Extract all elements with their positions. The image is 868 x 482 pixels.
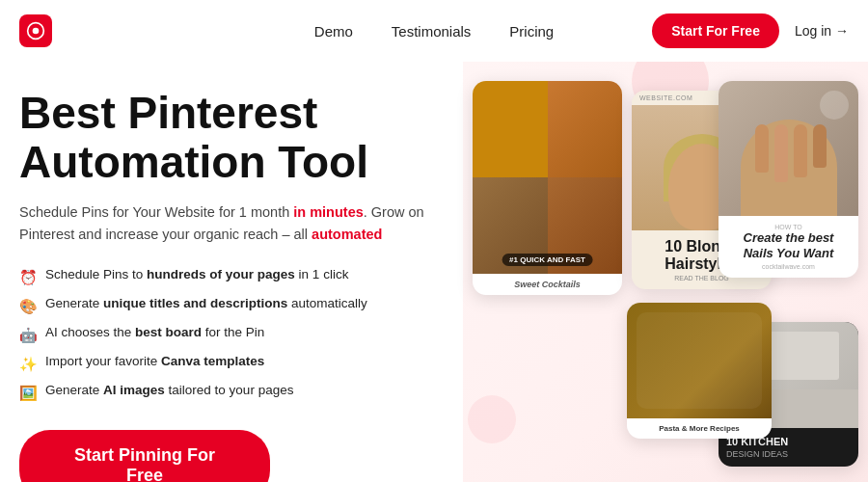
nav-actions: Start For Free Log in → — [652, 13, 849, 48]
hero-subtitle: Schedule Pins for Your Website for 1 mon… — [19, 201, 424, 246]
ai-image-icon: 🖼️ — [19, 383, 38, 403]
ai-board-icon: 🤖 — [19, 325, 38, 345]
cocktails-image: #1 QUICK AND FAST — [473, 81, 622, 274]
nav-links: Demo Testimonials Pricing — [314, 23, 554, 40]
main-container: Best Pinterest Automation Tool Schedule … — [0, 62, 868, 482]
left-content: Best Pinterest Automation Tool Schedule … — [0, 62, 463, 482]
grid-cell — [548, 81, 623, 177]
nav-testimonials[interactable]: Testimonials — [392, 23, 472, 40]
how-to-label: HOW TO — [726, 224, 851, 230]
pin-card-cocktails: #1 QUICK AND FAST Sweet Cocktails — [473, 81, 622, 295]
schedule-icon: ⏰ — [19, 267, 38, 287]
nav-demo[interactable]: Demo — [314, 23, 353, 40]
grid-cell — [473, 81, 548, 177]
pin-card-nails: HOW TO Create the bestNails You Want coc… — [719, 81, 858, 278]
nail-deco — [820, 91, 849, 120]
nails-site: cocktailwave.com — [726, 263, 851, 270]
finger — [774, 124, 788, 182]
kitchen-design: DESIGN IDEAS — [726, 449, 851, 459]
finger — [755, 124, 769, 173]
navbar: Demo Testimonials Pricing Start For Free… — [0, 0, 868, 62]
feature-item: ⏰ Schedule Pins to hundreds of your page… — [19, 266, 444, 287]
nav-pricing[interactable]: Pricing — [509, 23, 554, 40]
logo[interactable] — [19, 14, 52, 47]
pin-cards-area: #1 QUICK AND FAST Sweet Cocktails WEBSIT… — [463, 62, 868, 482]
feature-item: 🤖 AI chooses the best board for the Pin — [19, 324, 444, 345]
nails-image — [719, 81, 858, 216]
canva-icon: ✨ — [19, 354, 38, 374]
finger — [794, 124, 807, 177]
cta-button[interactable]: Start Pinning For Free — [19, 430, 270, 482]
pin-card-food: Pasta & More Recipes — [627, 303, 772, 439]
feature-item: ✨ Import your favorite Canva templates — [19, 353, 444, 374]
nails-text-area: HOW TO Create the bestNails You Want coc… — [719, 216, 858, 278]
feature-item: 🖼️ Generate AI images tailored to your p… — [19, 382, 444, 403]
card-caption: Sweet Cocktails — [473, 274, 622, 295]
food-image — [627, 303, 772, 418]
hero-title: Best Pinterest Automation Tool — [19, 89, 444, 186]
nails-title: Create the bestNails You Want — [726, 230, 851, 260]
svg-point-1 — [33, 28, 40, 35]
finger — [813, 124, 827, 168]
fingers — [755, 124, 827, 182]
card-tag: #1 QUICK AND FAST — [502, 254, 593, 266]
right-content: #1 QUICK AND FAST Sweet Cocktails WEBSIT… — [463, 62, 868, 482]
feature-item: 🎨 Generate unique titles and description… — [19, 295, 444, 316]
nav-start-button[interactable]: Start For Free — [652, 13, 779, 48]
nav-login-button[interactable]: Log in → — [795, 23, 849, 39]
food-title: Pasta & More Recipes — [627, 418, 772, 439]
features-list: ⏰ Schedule Pins to hundreds of your page… — [19, 266, 444, 403]
generate-icon: 🎨 — [19, 296, 38, 316]
cocktail-grid — [473, 81, 622, 274]
food-deco — [637, 312, 762, 409]
nail-hand — [741, 120, 837, 216]
